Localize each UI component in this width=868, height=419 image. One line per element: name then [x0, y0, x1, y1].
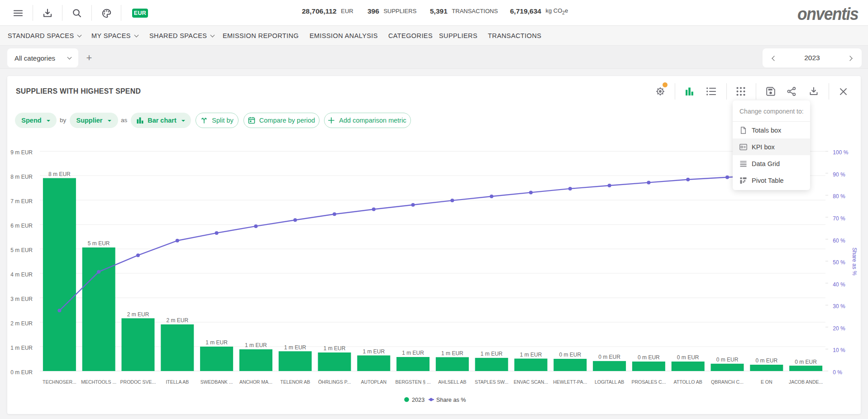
svg-text:2 m EUR: 2 m EUR	[10, 320, 33, 327]
svg-text:AUTOPLAN: AUTOPLAN	[361, 379, 386, 385]
svg-text:8 m EUR: 8 m EUR	[10, 174, 33, 180]
svg-text:1 m EUR: 1 m EUR	[205, 339, 228, 346]
svg-text:1 m EUR: 1 m EUR	[362, 348, 385, 355]
svg-text:3 m EUR: 3 m EUR	[10, 296, 33, 302]
svg-text:10 %: 10 %	[833, 347, 845, 353]
svg-text:6 m EUR: 6 m EUR	[10, 223, 33, 229]
svg-text:60 %: 60 %	[833, 238, 845, 244]
svg-text:LOGITALL AB: LOGITALL AB	[595, 379, 624, 385]
svg-text:0 m EUR: 0 m EUR	[638, 354, 660, 361]
svg-text:20 %: 20 %	[833, 325, 845, 332]
svg-text:HEWLETT-PA...: HEWLETT-PA...	[553, 379, 587, 385]
svg-text:ATTOLLO AB: ATTOLLO AB	[674, 379, 702, 385]
svg-text:30 %: 30 %	[833, 303, 845, 309]
svg-text:40 %: 40 %	[833, 281, 845, 288]
svg-text:7 m EUR: 7 m EUR	[10, 198, 33, 205]
svg-text:0 m EUR: 0 m EUR	[10, 369, 33, 376]
svg-text:1 m EUR: 1 m EUR	[441, 350, 463, 357]
svg-text:5 m EUR: 5 m EUR	[10, 247, 33, 253]
svg-text:4 m EUR: 4 m EUR	[10, 271, 33, 278]
svg-text:90 %: 90 %	[833, 171, 845, 178]
svg-text:QBRANCH C...: QBRANCH C...	[711, 379, 744, 385]
svg-text:0 m EUR: 0 m EUR	[755, 357, 777, 364]
svg-text:1 m EUR: 1 m EUR	[284, 344, 306, 351]
svg-text:2 m EUR: 2 m EUR	[166, 317, 188, 324]
svg-text:JACOB ANDE...: JACOB ANDE...	[789, 379, 823, 385]
svg-text:E ON: E ON	[761, 379, 773, 385]
svg-text:PROSALES C...: PROSALES C...	[631, 379, 666, 385]
svg-text:1 m EUR: 1 m EUR	[10, 345, 33, 351]
svg-text:1 m EUR: 1 m EUR	[481, 351, 503, 357]
svg-text:TECHNOSER...: TECHNOSER...	[43, 379, 76, 385]
svg-text:PRODOC SVE...: PRODOC SVE...	[120, 379, 156, 385]
svg-text:1 m EUR: 1 m EUR	[245, 342, 267, 348]
svg-text:ANCHOR MA...: ANCHOR MA...	[239, 379, 272, 385]
svg-text:ITELLA AB: ITELLA AB	[166, 379, 189, 385]
svg-text:0 m EUR: 0 m EUR	[598, 354, 620, 360]
svg-text:9 m EUR: 9 m EUR	[10, 149, 33, 156]
svg-text:BERGSTEN § ...: BERGSTEN § ...	[396, 379, 431, 385]
svg-text:ENVAC SCAN...: ENVAC SCAN...	[514, 379, 548, 385]
svg-text:70 %: 70 %	[833, 215, 845, 222]
svg-text:2 m EUR: 2 m EUR	[127, 311, 149, 318]
svg-text:Share as %: Share as %	[436, 397, 466, 403]
svg-text:AHLSELL AB: AHLSELL AB	[438, 379, 466, 385]
svg-text:0 m EUR: 0 m EUR	[716, 357, 739, 363]
svg-text:2023: 2023	[412, 397, 424, 403]
svg-text:0 m EUR: 0 m EUR	[559, 352, 581, 358]
svg-text:8 m EUR: 8 m EUR	[48, 171, 71, 177]
svg-text:TELENOR AB: TELENOR AB	[280, 379, 310, 385]
svg-text:SWEDBANK ...: SWEDBANK ...	[200, 379, 233, 385]
svg-text:0 %: 0 %	[833, 369, 842, 376]
svg-text:50 %: 50 %	[833, 259, 845, 266]
svg-text:Share as %: Share as %	[851, 248, 858, 276]
svg-text:1 m EUR: 1 m EUR	[402, 350, 424, 356]
svg-text:0 m EUR: 0 m EUR	[795, 359, 817, 365]
svg-text:1 m EUR: 1 m EUR	[324, 345, 346, 352]
svg-text:0 m EUR: 0 m EUR	[677, 354, 699, 361]
svg-text:1 m EUR: 1 m EUR	[520, 352, 542, 358]
svg-text:ÖHRLINGS P...: ÖHRLINGS P...	[318, 379, 351, 385]
svg-text:STAPLES SW...: STAPLES SW...	[475, 379, 509, 385]
svg-text:80 %: 80 %	[833, 193, 845, 200]
svg-text:MECHTOOLS ...: MECHTOOLS ...	[81, 379, 116, 385]
svg-text:100 %: 100 %	[833, 149, 848, 156]
svg-text:5 m EUR: 5 m EUR	[88, 240, 110, 247]
